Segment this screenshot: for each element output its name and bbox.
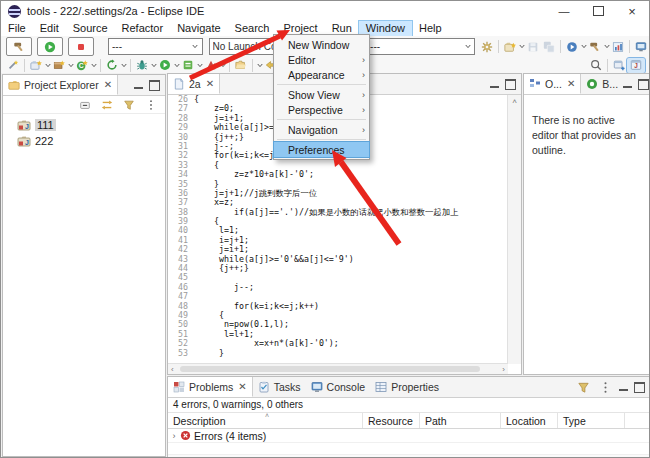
collapse-icon[interactable]	[77, 97, 93, 112]
perspjava-icon[interactable]: J	[628, 58, 644, 73]
maximize-view-icon[interactable]	[505, 79, 516, 90]
chevron-down-icon[interactable]	[44, 58, 51, 73]
menu-item-help[interactable]: Help	[412, 21, 449, 36]
menu-item-file[interactable]: File	[1, 21, 33, 36]
opentask-icon[interactable]	[233, 58, 249, 73]
saveall-icon[interactable]	[541, 39, 557, 54]
minimize-button[interactable]: —	[547, 1, 581, 21]
chevron-down-icon[interactable]	[518, 39, 525, 54]
minimize-view-icon[interactable]	[619, 389, 628, 391]
funnel-icon[interactable]	[575, 380, 591, 395]
tab-editor-2a[interactable]: 2a ✕	[168, 74, 220, 94]
target-combo[interactable]: ---	[366, 38, 475, 55]
tab-project-explorer[interactable]: Project Explorer ✕	[3, 75, 118, 95]
run-icon[interactable]	[42, 39, 58, 54]
maximize-view-icon[interactable]	[638, 79, 649, 90]
newprj-icon[interactable]	[28, 58, 44, 73]
tab-properties[interactable]: Properties	[370, 377, 444, 397]
tree-item-111[interactable]: J111	[3, 117, 165, 133]
menu-item-search[interactable]: Search	[228, 21, 277, 36]
close-icon[interactable]: ✕	[567, 78, 575, 89]
dots-icon[interactable]	[597, 380, 613, 395]
tab-tasks[interactable]: Tasks	[253, 377, 306, 397]
menu-item-navigate[interactable]: Navigate	[170, 21, 227, 36]
scroll-right-icon[interactable]: ›	[502, 365, 505, 374]
maximize-button[interactable]	[581, 1, 615, 21]
menu-item-show-view[interactable]: Show View›	[274, 87, 369, 102]
chevron-down-icon[interactable]	[580, 39, 587, 54]
launch-mode-combo[interactable]: ---	[108, 38, 203, 55]
problems-row[interactable]: ›Errors (4 items)	[168, 429, 650, 443]
close-icon[interactable]: ✕	[206, 78, 214, 89]
chevron-down-icon[interactable]	[173, 58, 180, 73]
editor-horizontal-scrollbar[interactable]: ‹ ›	[168, 363, 508, 374]
chevron-down-icon[interactable]	[120, 58, 127, 73]
chevron-down-icon[interactable]	[219, 58, 226, 73]
menu-item-edit[interactable]: Edit	[33, 21, 66, 36]
stop-button[interactable]	[68, 37, 94, 56]
refresh-icon[interactable]	[104, 58, 120, 73]
maximize-view-icon[interactable]	[634, 382, 645, 393]
hammer-icon[interactable]	[587, 39, 603, 54]
editor-vertical-scrollbar[interactable]: ˄	[507, 95, 521, 364]
column-header-description[interactable]: Description˄	[168, 413, 363, 428]
newwiz-icon[interactable]	[502, 39, 518, 54]
menu-item-navigation[interactable]: Navigation›	[274, 122, 369, 137]
dots-icon[interactable]	[143, 97, 159, 112]
tab-b[interactable]: B...	[581, 74, 623, 94]
runext-icon[interactable]	[564, 39, 580, 54]
hammer-icon[interactable]	[11, 39, 27, 54]
close-icon[interactable]: ✕	[104, 79, 112, 90]
tab-console[interactable]: Console	[306, 377, 371, 397]
wand-icon[interactable]	[5, 58, 21, 73]
menu-item-refactor[interactable]: Refactor	[115, 21, 171, 36]
menu-item-perspective[interactable]: Perspective›	[274, 102, 369, 117]
close-icon[interactable]: ✕	[238, 381, 246, 392]
runsm-icon[interactable]	[157, 58, 173, 73]
hammer-button[interactable]	[6, 37, 32, 56]
tab-outline[interactable]: O... ✕	[524, 74, 581, 94]
expand-icon[interactable]: ›	[168, 431, 180, 441]
maximize-view-icon[interactable]	[149, 80, 160, 91]
profile-icon[interactable]	[203, 58, 219, 73]
menu-item-appearance[interactable]: Appearance›	[274, 67, 369, 82]
minimize-view-icon[interactable]	[134, 87, 143, 89]
menu-item-source[interactable]: Source	[66, 21, 115, 36]
search-icon[interactable]	[588, 58, 604, 73]
column-header-path[interactable]: Path	[420, 413, 501, 428]
menu-item-preferences[interactable]: Preferences	[274, 142, 369, 157]
save-icon[interactable]	[525, 39, 541, 54]
menu-item-new-window[interactable]: New Window	[274, 37, 369, 52]
minimize-view-icon[interactable]	[490, 86, 499, 88]
stop-icon[interactable]	[73, 39, 89, 54]
column-header-location[interactable]: Location	[501, 413, 558, 428]
perspopen-icon[interactable]	[611, 58, 627, 73]
newclass-icon[interactable]: C	[74, 58, 90, 73]
gear-icon[interactable]	[479, 39, 495, 54]
newpkg-icon[interactable]	[51, 58, 67, 73]
chevron-down-icon[interactable]	[90, 58, 97, 73]
chart-icon[interactable]	[610, 39, 626, 54]
close-button[interactable]: ×	[615, 1, 649, 21]
column-header-resource[interactable]: Resource	[363, 413, 420, 428]
scroll-up-icon[interactable]: ˄	[512, 97, 517, 364]
scrollbar-thumb[interactable]	[180, 366, 480, 372]
chevron-down-icon[interactable]	[256, 58, 263, 73]
tab-problems[interactable]: Problems✕	[168, 377, 253, 397]
scroll-left-icon[interactable]: ‹	[171, 365, 174, 374]
linkg-icon[interactable]	[99, 97, 115, 112]
perspjava-button[interactable]: J	[627, 58, 645, 73]
funnel-icon[interactable]	[121, 97, 137, 112]
minimize-view-icon[interactable]	[623, 86, 632, 88]
coverage-icon[interactable]	[180, 58, 196, 73]
debug-icon[interactable]	[134, 58, 150, 73]
menu-item-editor[interactable]: Editor›	[274, 52, 369, 67]
tree-item-222[interactable]: J222	[3, 133, 165, 149]
run-button[interactable]	[37, 37, 63, 56]
chevron-down-icon[interactable]	[150, 58, 157, 73]
chevron-down-icon[interactable]	[67, 58, 74, 73]
monitor-icon[interactable]	[633, 39, 649, 54]
chevron-down-icon[interactable]	[603, 39, 610, 54]
column-header-type[interactable]: Type	[558, 413, 625, 428]
chevron-down-icon[interactable]	[196, 58, 203, 73]
